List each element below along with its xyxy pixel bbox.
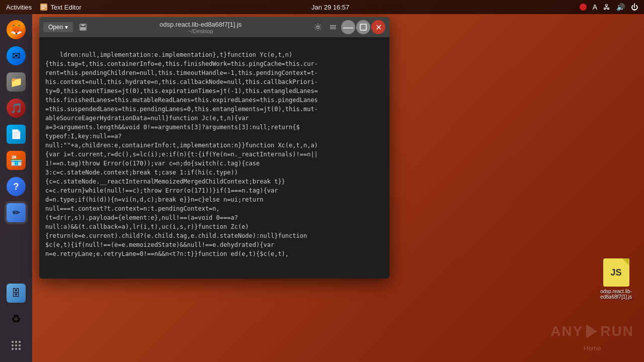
titlebar-left: Open ▾: [43, 20, 90, 34]
editor-content[interactable]: ldren:null,implementation:e.implementati…: [39, 37, 389, 279]
close-icon: ✕: [375, 23, 382, 32]
app-name: Text Editor: [50, 4, 81, 11]
filemanager-icon: 🗄: [7, 284, 26, 303]
desktop-icon-jsfile[interactable]: JS odsp.react.lib-ed8a68f7[1].js: [598, 256, 634, 302]
js-file-icon-container: JS: [602, 258, 630, 287]
status-indicator: [580, 4, 587, 11]
anyrun-banner: ANY RUN Home: [550, 323, 634, 352]
libreoffice-icon: 📄: [7, 125, 26, 144]
svg-point-5: [15, 341, 17, 343]
svg-rect-14: [82, 24, 85, 26]
anyrun-text2: RUN: [600, 323, 634, 339]
titlebar-controls: — ✕: [311, 20, 385, 34]
svg-rect-17: [330, 25, 336, 26]
svg-rect-20: [360, 24, 366, 30]
power-icon[interactable]: ⏻: [631, 3, 638, 11]
svg-rect-3: [41, 8, 45, 9]
files-icon: 📁: [7, 72, 26, 92]
maximize-button[interactable]: [356, 20, 370, 34]
menu-button[interactable]: [326, 20, 340, 34]
close-button[interactable]: ✕: [371, 20, 385, 34]
minimize-button[interactable]: —: [341, 20, 355, 34]
svg-rect-18: [330, 27, 336, 28]
svg-point-8: [15, 344, 17, 346]
svg-rect-2: [41, 7, 46, 8]
svg-point-16: [317, 26, 319, 29]
sidebar-item-gedit[interactable]: ✏: [5, 201, 28, 224]
sidebar-item-firefox[interactable]: 🦊: [5, 18, 28, 41]
activities-label[interactable]: Activities: [6, 4, 32, 11]
sidebar-item-thunderbird[interactable]: ✉: [5, 44, 28, 67]
maximize-icon: [360, 24, 367, 31]
appcenter-icon: 🏪: [7, 151, 26, 170]
js-file-icon: JS: [603, 258, 629, 287]
anyrun-text1: ANY: [550, 323, 583, 339]
text-editor-icon: [40, 3, 48, 11]
app-indicator: Text Editor: [40, 3, 81, 11]
js-file-label: odsp.react.lib-ed8a68f7[1].js: [600, 289, 632, 300]
datetime-text: Jan 29 16:57: [311, 4, 349, 11]
svg-point-6: [19, 341, 21, 343]
topbar-left: Activities Text Editor: [6, 3, 82, 11]
window-title: odsp.react.lib-ed8a68f7[1].js: [93, 21, 308, 28]
svg-rect-1: [41, 5, 46, 6]
topbar-right: A 🖧 🔊 ⏻: [580, 3, 638, 11]
svg-point-7: [12, 344, 14, 346]
titlebar-center: odsp.react.lib-ed8a68f7[1].js ~/Desktop: [93, 21, 308, 34]
topbar: Activities Text Editor Jan 29 16:57 A 🖧 …: [0, 0, 644, 14]
svg-point-12: [19, 348, 21, 350]
svg-point-4: [12, 341, 14, 343]
svg-rect-19: [330, 29, 336, 30]
save-icon: [79, 23, 87, 31]
svg-point-10: [12, 348, 14, 350]
rhythmbox-icon: 🎵: [7, 99, 26, 118]
topbar-datetime: Jan 29 16:57: [311, 4, 349, 11]
svg-point-9: [19, 344, 21, 346]
minimize-icon: —: [343, 24, 353, 31]
titlebar: Open ▾ odsp.react.lib-ed8a68f7[1].js ~/D…: [39, 17, 389, 37]
gedit-icon: ✏: [7, 203, 26, 222]
sidebar: 🦊 ✉ 📁 🎵 📄 🏪 ? ✏ 🗄 ♻: [0, 14, 32, 362]
svg-rect-15: [80, 27, 86, 30]
thunderbird-icon: ✉: [7, 46, 26, 65]
open-arrow: ▾: [65, 24, 68, 31]
sidebar-item-appgrid[interactable]: [5, 334, 28, 357]
js-icon-text: JS: [611, 267, 622, 278]
sidebar-item-help[interactable]: ?: [5, 175, 28, 198]
font-icon[interactable]: A: [593, 3, 597, 11]
window-subtitle: ~/Desktop: [93, 28, 308, 34]
grid-dots-icon: [11, 340, 22, 351]
sidebar-item-files[interactable]: 📁: [5, 70, 28, 94]
sidebar-item-filemanager[interactable]: 🗄: [5, 282, 28, 305]
volume-icon[interactable]: 🔊: [616, 3, 625, 11]
settings-button[interactable]: [311, 20, 325, 34]
sidebar-item-appcenter[interactable]: 🏪: [5, 149, 28, 172]
anyrun-home-label[interactable]: Home: [584, 344, 601, 352]
help-icon: ?: [7, 177, 26, 196]
firefox-icon: 🦊: [7, 20, 26, 39]
text-editor-window: Open ▾ odsp.react.lib-ed8a68f7[1].js ~/D…: [39, 17, 389, 279]
anyrun-logo: ANY RUN: [550, 323, 634, 339]
sidebar-item-recycle[interactable]: ♻: [5, 308, 28, 331]
hamburger-icon: [329, 23, 337, 31]
sidebar-bottom: 🗄 ♻: [5, 282, 28, 362]
grid-icon: [7, 336, 26, 355]
save-button[interactable]: [76, 20, 90, 34]
open-button[interactable]: Open ▾: [43, 22, 73, 32]
sidebar-item-libreoffice[interactable]: 📄: [5, 123, 28, 146]
svg-point-11: [15, 348, 17, 350]
network-icon[interactable]: 🖧: [603, 3, 610, 11]
code-text: ldren:null,implementation:e.implementati…: [45, 51, 318, 257]
recycle-icon: ♻: [7, 310, 26, 329]
open-label: Open: [48, 24, 63, 31]
settings-icon: [314, 23, 322, 31]
anyrun-play-icon: [586, 324, 597, 338]
sidebar-item-rhythmbox[interactable]: 🎵: [5, 97, 28, 120]
